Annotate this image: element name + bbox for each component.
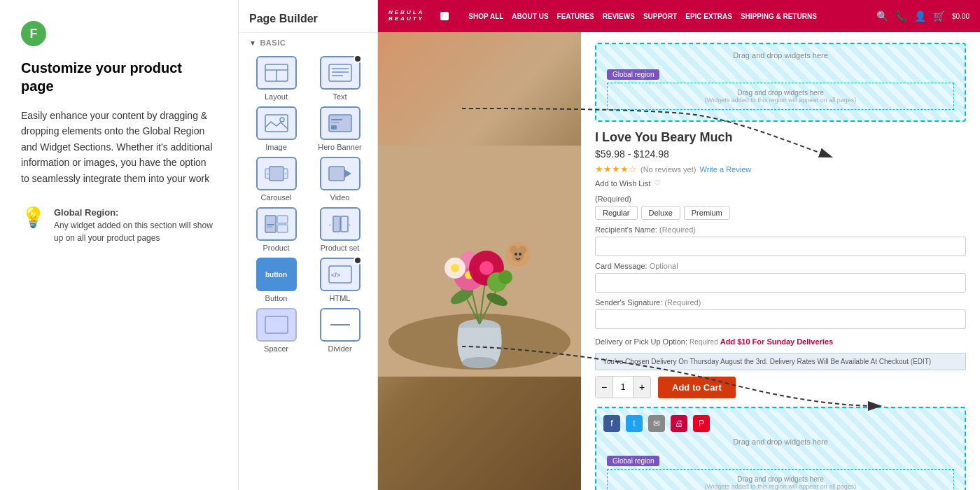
spacer-label: Spacer — [264, 344, 288, 353]
svg-point-36 — [462, 357, 497, 368]
html-svg: </> — [328, 265, 353, 284]
text-label: Text — [332, 92, 346, 101]
email-share-icon[interactable]: ✉ — [648, 415, 665, 432]
product-svg — [264, 214, 289, 234]
widget-product[interactable]: Product — [247, 207, 305, 252]
cart-icon[interactable]: 🛒 — [933, 10, 945, 22]
product-image-placeholder — [378, 32, 581, 490]
widget-button[interactable]: button Button — [247, 258, 305, 302]
phone-icon[interactable]: 📞 — [895, 10, 907, 22]
facebook-icon[interactable]: f — [603, 415, 620, 432]
add-to-cart-button[interactable]: Add to Cart — [658, 377, 736, 398]
twitter-icon[interactable]: t — [626, 415, 643, 432]
sender-input[interactable] — [595, 309, 966, 329]
left-title: Customize your product page — [21, 59, 217, 95]
option-regular[interactable]: Regular — [595, 206, 638, 220]
hero-banner-label: Hero Banner — [318, 143, 361, 151]
product-price: $59.98 - $124.98 — [595, 148, 966, 160]
print-icon[interactable]: 🖨 — [671, 415, 687, 432]
recipient-input[interactable] — [595, 237, 966, 256]
svg-rect-23 — [267, 224, 274, 225]
svg-text:‹: ‹ — [329, 222, 331, 228]
write-review-link[interactable]: Write a Review — [699, 165, 751, 174]
wishlist-label[interactable]: Add to Wish List — [595, 179, 650, 188]
f-badge: F — [21, 21, 46, 46]
spacer-svg — [264, 315, 289, 335]
card-label: Card Message: Optional — [595, 262, 966, 270]
widget-hero-banner[interactable]: Hero Banner — [311, 106, 369, 151]
collapse-arrow[interactable]: ▼ — [249, 39, 256, 47]
widget-layout[interactable]: Layout — [247, 56, 305, 101]
svg-text:‹: ‹ — [267, 171, 269, 177]
svg-text:</>: </> — [331, 272, 340, 279]
product-preview-panel: NEBULA BEAUTY SHOP ALL ABOUT US FEATURES… — [378, 0, 980, 490]
widget-image[interactable]: Image — [247, 106, 305, 151]
sender-section: Sender's Signature: (Required) — [595, 298, 966, 329]
carousel-svg: ‹ › — [264, 164, 289, 183]
svg-point-59 — [519, 253, 522, 255]
delivery-sunday-link[interactable]: Add $10 For Sunday Deliveries — [720, 337, 833, 346]
widget-text[interactable]: Text — [311, 56, 369, 101]
carousel-label: Carousel — [260, 193, 291, 202]
pinterest-icon[interactable]: P — [693, 415, 710, 432]
widget-spacer[interactable]: Spacer — [247, 308, 305, 353]
nav-links: SHOP ALL ABOUT US FEATURES REVIEWS SUPPO… — [468, 13, 816, 20]
widget-divider[interactable]: Divider — [311, 308, 369, 353]
product-title: I Love You Beary Much — [595, 130, 966, 145]
star-rating: ★★★★☆ — [595, 164, 637, 174]
nav-about[interactable]: ABOUT US — [512, 13, 548, 20]
qty-increase-button[interactable]: + — [634, 377, 650, 398]
nav-features[interactable]: FEATURES — [557, 13, 594, 20]
global-badge-bottom: Global region — [607, 456, 659, 466]
divider-svg — [328, 315, 353, 335]
nav-shop-all[interactable]: SHOP ALL — [468, 13, 503, 20]
global-region-note: 💡 Global Region: Any widget added on thi… — [21, 206, 217, 245]
nav-reviews[interactable]: REVIEWS — [603, 13, 635, 20]
html-dot — [354, 256, 362, 265]
svg-rect-18 — [329, 167, 344, 181]
widget-carousel[interactable]: ‹ › Carousel — [247, 157, 305, 202]
inner-drop-zone-top[interactable]: Drag and drop widgets here (Widgets adde… — [607, 83, 954, 110]
card-message-input[interactable] — [595, 273, 966, 293]
account-icon[interactable]: 👤 — [914, 10, 926, 22]
svg-rect-22 — [277, 225, 288, 232]
hero-svg — [328, 113, 353, 133]
heart-icon[interactable]: ♡ — [654, 178, 661, 188]
nav-support[interactable]: SUPPORT — [643, 13, 677, 20]
video-label: Video — [330, 193, 350, 202]
image-label: Image — [265, 143, 287, 151]
svg-rect-7 — [265, 115, 288, 132]
global-badge-top: Global region — [607, 69, 659, 80]
wishlist-row: Add to Wish List ♡ — [595, 178, 966, 188]
review-count: (No reviews yet) — [640, 165, 696, 174]
svg-point-51 — [451, 264, 459, 272]
text-svg — [328, 63, 353, 83]
divider-label: Divider — [328, 344, 351, 353]
widget-html[interactable]: </> HTML — [311, 258, 369, 302]
product-label: Product — [263, 244, 290, 252]
sender-label: Sender's Signature: (Required) — [595, 298, 966, 307]
inner-drop-zone-bottom[interactable]: Drag and drop widgets here (Widgets adde… — [607, 469, 954, 490]
layout-svg — [264, 63, 289, 83]
recipient-label: Recipient's Name: (Required) — [595, 225, 966, 234]
svg-rect-31 — [265, 316, 288, 333]
image-icon — [256, 106, 297, 140]
option-premium[interactable]: Premium — [684, 206, 730, 220]
search-icon[interactable]: 🔍 — [876, 10, 888, 22]
option-deluxe[interactable]: Deluxe — [641, 206, 680, 220]
nav-epic-extras[interactable]: EPIC EXTRAS — [685, 13, 732, 20]
inner-drop-text-top: Drag and drop widgets here — [613, 89, 948, 97]
svg-rect-11 — [331, 122, 340, 123]
nav-shipping[interactable]: SHIPPING & RETURNS — [741, 13, 817, 20]
button-label: Button — [265, 294, 288, 302]
qty-cart-row: − 1 + Add to Cart — [595, 376, 966, 398]
left-panel: F Customize your product page Easily enh… — [0, 0, 238, 490]
svg-text:›: › — [285, 171, 287, 177]
widget-video[interactable]: Video — [311, 157, 369, 202]
button-widget-icon: button — [256, 258, 297, 291]
global-region-top: Drag and drop widgets here Global region… — [595, 43, 966, 122]
qty-decrease-button[interactable]: − — [596, 377, 612, 398]
svg-rect-12 — [331, 125, 337, 130]
html-icon: </> — [320, 258, 360, 291]
widget-product-set[interactable]: ‹ › Product set — [311, 207, 369, 252]
